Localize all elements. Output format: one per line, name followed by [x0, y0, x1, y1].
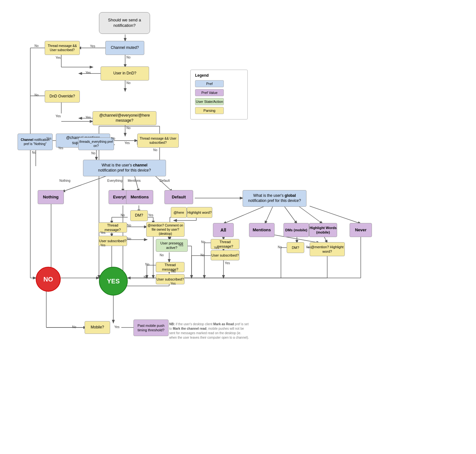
yes-label: YES: [107, 277, 120, 285]
user-in-dnd-node: User in DnD?: [101, 66, 149, 81]
channel-everyone-node: @channel/@everyone/@here message?: [93, 111, 156, 125]
legend-pref-value: Pref Value: [195, 89, 224, 96]
svg-line-31: [153, 174, 172, 192]
thread-msg-5-label: Thread message?: [156, 263, 184, 272]
mentions-label: Mentions: [131, 195, 149, 200]
dm-label: DM?: [135, 213, 143, 218]
thread-msg-3-label: Thread message?: [99, 223, 127, 232]
label-no-user-presence: No: [160, 253, 164, 257]
label-yes-mentions-suppressed: Yes: [46, 137, 51, 140]
label-no-user-subscribed-5: No: [144, 275, 148, 279]
nb-note: NB: if the user's desktop client Mark as…: [169, 322, 249, 340]
yes-circle: YES: [99, 267, 128, 296]
default-label: Default: [172, 195, 186, 200]
highlight-word-node: Highlight word?: [187, 207, 212, 218]
label-no-thread-msg-3: No: [127, 224, 131, 227]
mentions-node: Mentions: [126, 190, 153, 204]
thread-msg-subscribed-2-label: Thread message && User subscribed?: [138, 136, 178, 145]
dm-node: DM?: [130, 210, 148, 221]
never-label: Never: [355, 227, 366, 233]
svg-line-63: [284, 206, 297, 224]
label-yes-dnd-override: Yes: [56, 114, 61, 118]
svg-line-28: [62, 174, 112, 192]
label-no-user-dnd: No: [126, 81, 131, 85]
label-yes-thread-msg-3: Yes: [100, 231, 105, 235]
label-yes-mobile: Yes: [114, 325, 119, 329]
nb-text-content: NB: if the user's desktop client Mark as…: [169, 322, 249, 339]
user-subscribed-5-label: User subscribed?: [156, 277, 184, 281]
at-mention-highlight-label: @mention? Highlight word?: [310, 245, 344, 254]
dms-mobile-node: DMs (mobile): [283, 223, 309, 237]
label-no-user-subscribed-4: No: [200, 253, 205, 257]
default-node: Default: [164, 190, 193, 204]
legend-title: Legend: [195, 73, 243, 78]
dm-mobile-node: DM?: [287, 242, 304, 253]
dms-mobile-label: DMs (mobile): [285, 228, 307, 232]
label-yes-thread-msg-4: Yes: [214, 246, 219, 250]
nothing-node: Nothing: [38, 190, 64, 204]
global-notif-pref-node: What is the user's globalnotification pr…: [243, 190, 306, 207]
svg-line-62: [265, 206, 273, 224]
channel-notif-pref-label: What is the user's channelnotification p…: [98, 163, 151, 173]
label-yes-user-dnd: Yes: [86, 71, 91, 74]
label-no-user-subscribed-3: No: [127, 237, 131, 241]
channel-notif-nothing-node: Channel notificationpref is "Nothing": [18, 134, 53, 150]
label-mentions-pref: Mentions: [128, 179, 141, 182]
label-yes-thread-subscribed-2: Yes: [125, 141, 130, 145]
legend-row-pref-value: Pref Value: [195, 89, 243, 96]
highlight-words-mobile-node: Highlight Words (mobile): [309, 223, 337, 237]
threads-everything-label: threads_everything pref on?: [79, 140, 114, 148]
never-node: Never: [350, 223, 372, 237]
thread-msg-subscribed-2-node: Thread message && User subscribed?: [137, 134, 179, 148]
at-mention-highlight-node: @mention? Highlight word?: [310, 242, 345, 256]
legend-row-parsing: Parsing: [195, 107, 243, 114]
diagram-canvas: Should we send a notification? Channel m…: [0, 0, 476, 454]
thread-msg-subscribed-1-node: Thread message && User subscribed?: [45, 41, 80, 55]
at-mention-desktop-node: @mention? Comment on file owned by user?…: [146, 222, 185, 237]
user-subscribed-3-label: User subscribed?: [99, 239, 126, 243]
global-notif-pref-label: What is the user's globalnotification pr…: [248, 193, 301, 203]
label-yes-user-presence: Yes: [178, 243, 183, 247]
channel-muted-label: Channel muted?: [111, 45, 139, 50]
all-label: All: [221, 227, 226, 233]
label-yes-notif-nothing: Yes: [58, 146, 63, 150]
svg-line-65: [310, 206, 361, 224]
label-yes-dm: Yes: [148, 213, 153, 217]
no-circle: NO: [36, 267, 61, 292]
label-no-notif-nothing: No: [32, 151, 36, 154]
label-yes-dm-mobile: Yes: [306, 245, 311, 249]
label-no-dm-mobile: No: [278, 245, 282, 249]
channel-everyone-label: @channel/@everyone/@here message?: [93, 113, 156, 123]
legend-row-user-state: User State/Action: [195, 98, 243, 105]
at-mention-desktop-label: @mention? Comment on file owned by user?…: [147, 223, 184, 236]
channel-notif-nothing-label: Channel notificationpref is "Nothing": [21, 138, 49, 146]
legend: Legend Pref Pref Value User State/Action…: [190, 70, 248, 119]
label-everything-pref: Everything: [107, 179, 122, 182]
svg-line-61: [223, 206, 265, 224]
user-subscribed-5-node: User subscribed?: [156, 274, 185, 284]
dnd-override-node: DnD Override?: [45, 90, 80, 103]
label-yes-channel-muted: Yes: [90, 44, 95, 48]
label-no-mobile: No: [72, 325, 76, 329]
past-mobile-timing-label: Past mobile push timing threshold?: [134, 323, 168, 333]
thread-msg-subscribed-1-label: Thread message && User subscribed?: [45, 44, 79, 52]
label-yes-user-subscribed-4: Yes: [225, 261, 230, 265]
arrows-overlay: [0, 0, 476, 454]
start-label: Should we send a notification?: [99, 18, 150, 28]
mobile-node: Mobile?: [85, 321, 110, 334]
all-node: All: [213, 223, 234, 237]
legend-parsing: Parsing: [195, 107, 224, 114]
highlight-word-label: Highlight word?: [187, 210, 212, 215]
user-in-dnd-label: User in DnD?: [113, 71, 136, 76]
label-no-dm: No: [121, 213, 125, 217]
label-no-channel-muted: No: [126, 56, 131, 59]
label-yes-thread-subscribed-1: Yes: [56, 56, 61, 59]
label-no-channel-everyone: No: [126, 126, 131, 130]
legend-row-pref: Pref: [195, 80, 243, 87]
label-default-pref: Default: [160, 179, 170, 182]
channel-notif-pref-node: What is the user's channelnotification p…: [83, 160, 166, 176]
user-subscribed-4-node: User subscribed?: [211, 250, 239, 260]
label-no-thread-msg-4: No: [201, 240, 205, 244]
svg-line-30: [134, 174, 139, 192]
no-label: NO: [43, 275, 53, 283]
